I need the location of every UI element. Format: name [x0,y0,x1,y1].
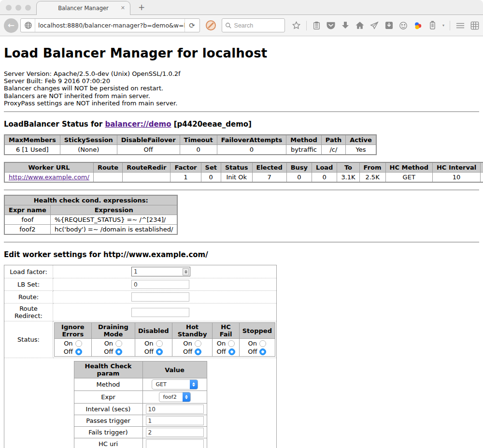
colors-icon[interactable] [413,21,423,30]
grid-icon[interactable] [470,21,479,30]
bookmark-star-icon[interactable] [292,21,301,30]
col-hc-interval: HC Interval [432,162,480,173]
cell-route [93,173,122,183]
expr-select-value: foof2 [159,394,183,400]
window-controls[interactable] [6,5,31,11]
col-expr-name: Expr name [4,205,50,215]
battery-icon[interactable] [428,21,437,30]
divider [4,111,479,112]
pocket-icon[interactable] [327,21,336,30]
download-icon[interactable] [341,21,350,30]
reload-icon[interactable]: ⟳ [185,21,199,30]
cell-load: 0 [312,173,337,183]
search-input[interactable] [234,22,278,29]
divider [4,242,479,243]
health-row-method: Method GET [74,378,207,391]
new-tab-button[interactable]: + [138,2,145,14]
hc-uri-label: HC uri [74,438,142,448]
minimize-window-button[interactable] [15,5,21,11]
radio-stopped-on[interactable] [259,340,266,347]
col-disablefailover: DisableFailover [117,135,180,145]
shield-block-icon[interactable] [206,20,216,30]
home-icon[interactable] [355,21,365,30]
worker-table: Worker URL Route RouteRedir Factor Set S… [4,162,483,183]
url-text[interactable]: localhost:8880/balancer-manager?b=demo&w… [35,22,185,29]
menu-icon[interactable] [455,21,465,30]
chevron-down-icon[interactable]: ▾ [442,23,444,28]
select-stepper-icon [183,392,190,402]
interval-label: Interval (secs) [74,404,142,415]
status-radio-row: On Off On Off On Off [55,339,275,357]
off-label: Off [183,347,192,356]
route-redirect-label: Route Redirect: [4,303,53,321]
globe-icon[interactable] [21,19,35,32]
toolbar-separator2 [450,21,450,30]
on-label: On [144,339,153,347]
radio-ignore-errors-off[interactable] [75,348,82,355]
server-version: Server Version: Apache/2.5.0-dev (Unix) … [4,70,479,77]
radio-draining-mode-on[interactable] [115,340,122,347]
tab-balancer-manager[interactable]: Balancer Manager ✕ [36,1,130,15]
col-worker-url: Worker URL [4,162,93,173]
cell-elected: 7 [252,173,286,183]
expr-row: foof %{REQUEST_STATUS} =~ /^[234]/ [4,215,177,225]
status-label: Status: [4,321,53,358]
cell-routeredir [123,173,170,183]
radio-disabled-on[interactable] [156,340,163,347]
col-disabled: Disabled [135,323,172,339]
smiley-icon[interactable] [399,21,408,30]
form-row-route-redirect: Route Redirect: [4,303,277,321]
health-row-fails: Fails trigger) [74,427,207,438]
divider [4,189,479,190]
hc-uri-input[interactable] [146,439,204,448]
load-factor-input[interactable] [132,268,183,275]
cell-path: /c/ [321,145,345,155]
off-label: Off [104,347,113,356]
table-row: 6 [1 Used] (None) Off 0 0 bytraffic /c/ … [4,145,376,155]
form-row-load-factor: Load factor: [4,265,277,278]
spinner-icon[interactable] [183,268,189,275]
radio-hot-standby-off[interactable] [195,348,201,355]
passes-input[interactable] [146,416,204,425]
form-row-lb-set: LB Set: [4,278,277,291]
interval-input[interactable] [146,405,204,414]
cell-busy: 0 [286,173,312,183]
radio-hc-fail-off[interactable] [228,348,235,355]
search-bar[interactable] [222,18,285,32]
method-select[interactable]: GET [152,379,198,390]
status-header-row: Ignore Errors Draining Mode Disabled Hot… [55,323,275,339]
clipboard-icon[interactable] [312,21,321,30]
on-label: On [64,339,72,347]
radio-ignore-errors-on[interactable] [75,340,82,347]
page-title: Load Balancer Manager for localhost [4,46,479,60]
col-hc-method: HC Method [385,162,432,173]
close-window-button[interactable] [6,5,12,11]
lb-set-input[interactable] [131,280,189,289]
route-redirect-input[interactable] [131,308,189,317]
load-factor-stepper[interactable] [131,267,190,276]
radio-draining-mode-off[interactable] [115,348,122,355]
route-input[interactable] [131,292,189,302]
send-icon[interactable] [370,21,379,30]
radio-hot-standby-on[interactable] [195,340,201,347]
radio-hc-fail-on[interactable] [228,340,235,347]
tab-strip: Balancer Manager ✕ + [0,0,483,15]
back-button[interactable]: ← [4,18,18,33]
worker-url-link[interactable]: http://www.example.com/ [9,173,89,181]
passes-label: Passes trigger [74,415,142,427]
health-row-interval: Interval (secs) [74,404,207,415]
health-row-passes: Passes trigger [74,415,207,427]
expr-label: Expr [74,391,142,404]
url-bar[interactable]: localhost:8880/balancer-manager?b=demo&w… [20,18,200,32]
route-label: Route: [4,291,53,303]
save-page-icon[interactable] [384,21,394,30]
radio-disabled-off[interactable] [156,348,163,355]
fails-input[interactable] [146,428,204,437]
col-set: Set [201,162,221,173]
tab-close-icon[interactable]: ✕ [121,5,125,11]
radio-stopped-off[interactable] [259,348,266,355]
zoom-window-button[interactable] [25,5,31,11]
expr-select[interactable]: foof2 [159,392,191,402]
balancer-link[interactable]: balancer://demo [105,120,171,129]
cell-passes: 1 (0) [481,173,483,183]
